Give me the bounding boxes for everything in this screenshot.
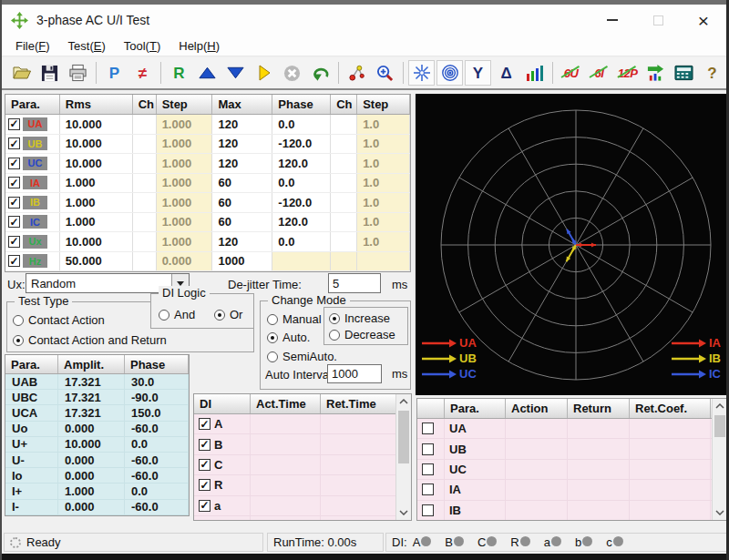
action-checkbox-UC[interactable] <box>422 463 434 475</box>
param-cell-phase[interactable]: 120.0 <box>272 154 331 173</box>
scroll-thumb[interactable] <box>398 411 409 463</box>
param-cell-phase[interactable]: 0.0 <box>272 174 331 193</box>
action-checkbox-IB[interactable] <box>422 504 434 516</box>
save-button[interactable] <box>36 60 63 86</box>
close-button[interactable]: × <box>681 5 726 36</box>
param-cell-max[interactable]: 120 <box>212 154 272 173</box>
ux-dropdown-value: Random <box>26 277 171 290</box>
scroll-thumb[interactable] <box>714 415 725 437</box>
radio-auto[interactable]: Auto. <box>267 331 310 344</box>
param-cell-max[interactable]: 120 <box>212 135 272 154</box>
param-checkbox-Ux[interactable]: ✓ <box>8 236 20 248</box>
not-equal-button[interactable]: ≠ <box>129 60 156 86</box>
action-checkbox-IA[interactable] <box>422 484 434 495</box>
di-table-row: ✓b <box>194 516 411 521</box>
param-cell-max[interactable]: 120 <box>212 115 272 134</box>
param-checkbox-Hz[interactable]: ✓ <box>8 255 20 267</box>
dejitter-input[interactable] <box>328 273 381 293</box>
param-cell-phase[interactable]: -120.0 <box>272 193 331 212</box>
param-checkbox-IC[interactable]: ✓ <box>8 216 20 228</box>
menu-item-tool[interactable]: Tool(T) <box>115 37 169 55</box>
radio-increase[interactable]: Increase <box>329 311 390 325</box>
radio-contact-action-and-return[interactable]: Contact Action and Return <box>13 333 167 347</box>
maximize-button[interactable] <box>635 5 681 36</box>
scroll-up-button[interactable] <box>396 394 411 409</box>
stop-button[interactable] <box>279 60 305 86</box>
param-cell-rms[interactable]: 50.000 <box>60 252 133 271</box>
action-checkbox-UA[interactable] <box>422 423 434 434</box>
param-cell-rms[interactable]: 1.000 <box>60 193 133 212</box>
delta-button[interactable]: Δ <box>493 60 519 86</box>
start-button[interactable] <box>251 60 277 86</box>
raise-button[interactable] <box>194 60 221 86</box>
menu-item-test[interactable]: Test(E) <box>59 37 115 55</box>
radio-and[interactable]: And <box>159 308 195 321</box>
param-cell-max[interactable]: 1000 <box>212 252 272 271</box>
di-cell-act_time <box>251 434 321 453</box>
radio-semiauto[interactable]: SemiAuto. <box>267 350 337 363</box>
param-cell-max[interactable]: 120 <box>212 232 272 251</box>
calculator-button[interactable] <box>671 60 697 86</box>
param-cell-rms[interactable]: 1.000 <box>60 213 133 232</box>
wye-button[interactable]: Y <box>465 60 491 86</box>
param-cell-phase[interactable]: -120.0 <box>272 135 331 154</box>
param-cell-ch1 <box>133 135 157 154</box>
r-button[interactable]: R <box>166 60 192 86</box>
scroll-down-button[interactable] <box>713 505 727 520</box>
six-u-button[interactable]: 6U <box>558 60 584 86</box>
scroll-down-button[interactable] <box>396 505 411 520</box>
di-checkbox-C[interactable]: ✓ <box>199 459 210 471</box>
lower-button[interactable] <box>222 60 249 86</box>
di-checkbox-a[interactable]: ✓ <box>199 500 210 512</box>
action-checkbox-UB[interactable] <box>422 443 434 455</box>
param-cell-rms[interactable]: 10.000 <box>60 154 133 173</box>
open-button[interactable] <box>8 60 35 86</box>
di-row-label: C <box>214 458 222 472</box>
undo-button[interactable] <box>307 60 334 86</box>
radio-manual[interactable]: Manual <box>267 312 322 326</box>
radio-or[interactable]: Or <box>214 308 242 321</box>
param-cell-phase[interactable]: 120.0 <box>272 213 331 232</box>
radio-decrease[interactable]: Decrease <box>329 328 395 341</box>
action-cell-para: IA <box>445 480 506 499</box>
param-checkbox-IB[interactable]: ✓ <box>8 197 20 209</box>
action-cell-checkbox <box>417 480 445 499</box>
minimize-button[interactable] <box>590 5 635 36</box>
six-i-button[interactable]: 6I <box>586 60 612 86</box>
di-checkbox-B[interactable]: ✓ <box>199 439 210 451</box>
menu-item-file[interactable]: File(F) <box>6 37 59 55</box>
menu-item-help[interactable]: Help(H) <box>169 37 229 55</box>
param-checkbox-UC[interactable]: ✓ <box>8 158 20 169</box>
di-checkbox-b[interactable]: ✓ <box>199 520 210 521</box>
param-cell-max[interactable]: 60 <box>212 193 272 212</box>
vertical-scrollbar[interactable] <box>712 399 727 520</box>
param-cell-max[interactable]: 60 <box>212 174 272 193</box>
param-cell-rms[interactable]: 10.000 <box>60 135 133 154</box>
param-cell-rms[interactable]: 1.000 <box>60 174 133 193</box>
twelve-p-button[interactable]: 12P <box>614 60 641 86</box>
param-checkbox-IA[interactable]: ✓ <box>8 177 20 188</box>
help-button[interactable]: ? <box>699 60 725 86</box>
param-checkbox-UA[interactable]: ✓ <box>8 118 20 130</box>
di-checkbox-R[interactable]: ✓ <box>199 479 210 491</box>
param-cell-rms[interactable]: 10.000 <box>60 115 133 134</box>
harmonic-button[interactable] <box>642 60 669 86</box>
bar-chart-button[interactable] <box>521 60 548 86</box>
param-cell-phase[interactable]: 0.0 <box>272 115 331 134</box>
vertical-scrollbar[interactable] <box>395 394 411 520</box>
param-cell-max[interactable]: 60 <box>212 213 272 232</box>
auto-interval-input[interactable] <box>327 364 382 383</box>
param-checkbox-UB[interactable]: ✓ <box>8 137 20 149</box>
di-cell-ret_time <box>321 475 396 494</box>
param-cell-rms[interactable]: 10.000 <box>60 232 133 251</box>
param-cell-phase[interactable]: 0.0 <box>272 232 331 251</box>
scroll-up-button[interactable] <box>713 399 727 413</box>
vector-view-button[interactable] <box>408 60 435 86</box>
di-checkbox-A[interactable]: ✓ <box>199 418 210 430</box>
node-button[interactable] <box>344 60 370 86</box>
zoom-in-button[interactable] <box>372 60 398 86</box>
radio-contact-action[interactable]: Contact Action <box>13 313 105 327</box>
phase-p-button[interactable]: P <box>101 60 128 86</box>
print-button[interactable] <box>65 60 91 86</box>
target-view-button[interactable] <box>436 60 463 86</box>
